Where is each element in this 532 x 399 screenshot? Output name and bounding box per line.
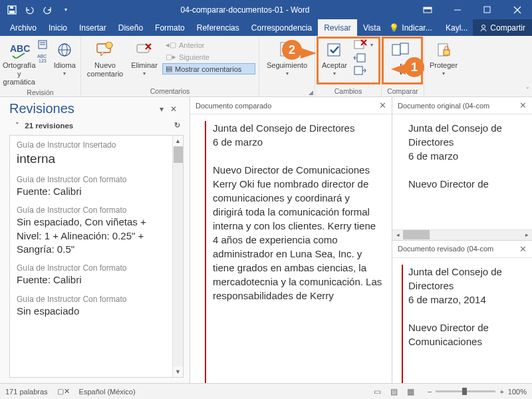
prev-comment-button[interactable]: ◂▢Anterior xyxy=(162,39,255,51)
spelling-label: Ortografía y gramática xyxy=(3,61,36,86)
revision-body: Sin espaciado xyxy=(17,305,172,318)
window-controls xyxy=(412,0,532,19)
minimize-button[interactable] xyxy=(442,0,472,19)
tab-vista[interactable]: Vista xyxy=(357,19,386,36)
delete-comment-button[interactable]: Eliminar ▾ xyxy=(128,38,161,76)
tab-formato[interactable]: Formato xyxy=(149,19,191,36)
dialog-launcher-tracking-icon[interactable]: ◢ xyxy=(309,89,313,96)
tab-insertar[interactable]: Insertar xyxy=(73,19,112,36)
wordcount-icon[interactable]: ABC123 xyxy=(37,53,51,65)
web-layout-icon[interactable]: ▦ xyxy=(404,387,418,396)
next-label: Siguiente xyxy=(179,53,209,61)
user-name[interactable]: Kayl... xyxy=(440,23,473,33)
revisions-scrollbar[interactable]: ▲▼ xyxy=(172,136,183,377)
close-button[interactable] xyxy=(502,0,532,19)
doc-text: Junta del Consejo de Directores xyxy=(213,121,382,135)
collapse-ribbon-icon[interactable]: ˇ xyxy=(527,87,529,94)
language-status[interactable]: Español (México) xyxy=(79,388,136,396)
revision-body: Fuente: Calibri xyxy=(17,273,172,287)
original-hscroll[interactable]: ◂▸ xyxy=(392,229,532,240)
zoom-slider[interactable] xyxy=(436,390,495,392)
svg-rect-6 xyxy=(484,7,490,13)
tell-me[interactable]: 💡 Indicar... xyxy=(386,23,434,33)
group-comentarios: Nuevo comentario Eliminar ▾ ◂▢Anterior ▢… xyxy=(81,36,259,96)
revision-meta: Guía de Instructor Insertado xyxy=(17,140,172,150)
refresh-icon[interactable]: ↻ xyxy=(174,121,180,130)
share-button[interactable]: Compartir xyxy=(473,19,532,36)
lock-icon xyxy=(433,39,454,61)
globe-icon xyxy=(54,39,75,61)
word-count[interactable]: 171 palabras xyxy=(5,388,48,396)
thesaurus-icon[interactable] xyxy=(37,39,51,51)
compared-title: Documento comparado xyxy=(196,102,271,110)
print-layout-icon[interactable]: ▤ xyxy=(387,387,402,396)
revision-bar xyxy=(402,265,403,384)
tab-diseno[interactable]: Diseño xyxy=(112,19,149,36)
svg-rect-2 xyxy=(10,7,13,9)
compared-document[interactable]: Junta del Consejo de Directores 6 de mar… xyxy=(190,114,392,383)
revisions-count: 21 revisiones xyxy=(25,122,73,130)
collapse-icon[interactable]: ˇ xyxy=(16,122,18,129)
tab-referencias[interactable]: Referencias xyxy=(191,19,245,36)
revision-meta: Guía de Instructor Con formato xyxy=(17,263,172,273)
tab-inicio[interactable]: Inicio xyxy=(43,19,73,36)
group-revision: ABC Ortografía y gramática ABC123 Idioma… xyxy=(0,36,81,96)
maximize-button[interactable] xyxy=(472,0,502,19)
revision-meta: Guía de Instructor Con formato xyxy=(17,294,172,305)
new-comment-button[interactable]: Nuevo comentario xyxy=(84,38,126,78)
revision-body: Fuente: Calibri xyxy=(17,185,172,198)
title-bar: ▾ 04-comparar-documentos-01 - Word xyxy=(0,0,532,19)
show-comments-button[interactable]: ▤Mostrar comentarios xyxy=(162,63,255,74)
delete-comment-icon xyxy=(134,39,155,61)
revision-item[interactable]: Guía de Instructor Con formato Sin espac… xyxy=(17,294,172,318)
undo-icon[interactable] xyxy=(22,2,38,18)
revision-item[interactable]: Guía de Instructor Con formato Sin espac… xyxy=(17,205,172,256)
doc-text: 6 de marzo xyxy=(213,135,382,149)
workspace: Revisiones ▾ ✕ ˇ 21 revisiones ↻ Guía de… xyxy=(0,97,532,383)
compared-pane: Documento comparado ✕ Junta del Consejo … xyxy=(190,97,392,383)
doc-text: 6 de marzo, 2014 xyxy=(408,293,527,307)
language-button[interactable]: Idioma ▾ xyxy=(52,38,78,76)
qat-customize-icon[interactable]: ▾ xyxy=(58,2,74,18)
protect-button[interactable]: Proteger ▾ xyxy=(427,38,460,76)
revisions-list: Guía de Instructor Insertado interna Guí… xyxy=(9,135,184,378)
revised-document[interactable]: Junta del Consejo de Directores 6 de mar… xyxy=(392,258,532,384)
original-title: Documento original (04-com xyxy=(398,102,489,110)
save-icon[interactable] xyxy=(4,2,20,18)
redo-icon[interactable] xyxy=(40,2,56,18)
proofing-icon[interactable]: ▢✕ xyxy=(57,387,70,396)
svg-text:ABC: ABC xyxy=(10,43,30,54)
original-close-icon[interactable]: ✕ xyxy=(519,100,527,110)
revision-item[interactable]: Guía de Instructor Insertado interna xyxy=(17,140,172,168)
doc-text: Junta del Consejo de Directores xyxy=(408,265,527,293)
group-label-cambios: Cambios xyxy=(315,87,381,96)
tab-archivo[interactable]: Archivo xyxy=(4,19,43,36)
svg-rect-36 xyxy=(444,50,450,55)
zoom-in-button[interactable]: + xyxy=(499,388,503,396)
revision-item[interactable]: Guía de Instructor Con formato Fuente: C… xyxy=(17,174,172,198)
next-comment-button[interactable]: ▢▸Siguiente xyxy=(162,51,255,63)
revision-meta: Guía de Instructor Con formato xyxy=(17,174,172,185)
revisions-close-icon[interactable]: ✕ xyxy=(167,104,180,114)
compared-close-icon[interactable]: ✕ xyxy=(379,100,386,110)
revised-close-icon[interactable]: ✕ xyxy=(519,244,527,254)
spelling-button[interactable]: ABC Ortografía y gramática xyxy=(3,38,36,86)
callout-two-tail xyxy=(301,48,317,59)
ribbon: ABC Ortografía y gramática ABC123 Idioma… xyxy=(0,36,532,97)
view-buttons: ▭ ▤ ▦ xyxy=(370,387,418,396)
tab-correspondencia[interactable]: Correspondencia xyxy=(245,19,318,36)
ribbon-options-icon[interactable] xyxy=(412,0,442,19)
zoom-level[interactable]: 100% xyxy=(508,388,527,396)
tab-revisar[interactable]: Revisar xyxy=(318,19,357,36)
revisions-menu-icon[interactable]: ▾ xyxy=(156,104,167,114)
read-mode-icon[interactable]: ▭ xyxy=(370,387,385,396)
revision-item[interactable]: Guía de Instructor Con formato Fuente: C… xyxy=(17,263,172,287)
zoom-out-button[interactable]: − xyxy=(428,388,432,396)
revisions-title: Revisiones xyxy=(9,101,156,116)
document-area: Documento comparado ✕ Junta del Consejo … xyxy=(190,97,532,383)
revision-bar xyxy=(205,121,206,383)
show-comments-icon: ▤ xyxy=(166,65,172,73)
callout-one: 1 xyxy=(404,57,424,77)
revised-title: Documento revisado (04-com xyxy=(398,245,493,253)
original-document[interactable]: Junta del Consejo de Directores 6 de mar… xyxy=(392,114,532,229)
